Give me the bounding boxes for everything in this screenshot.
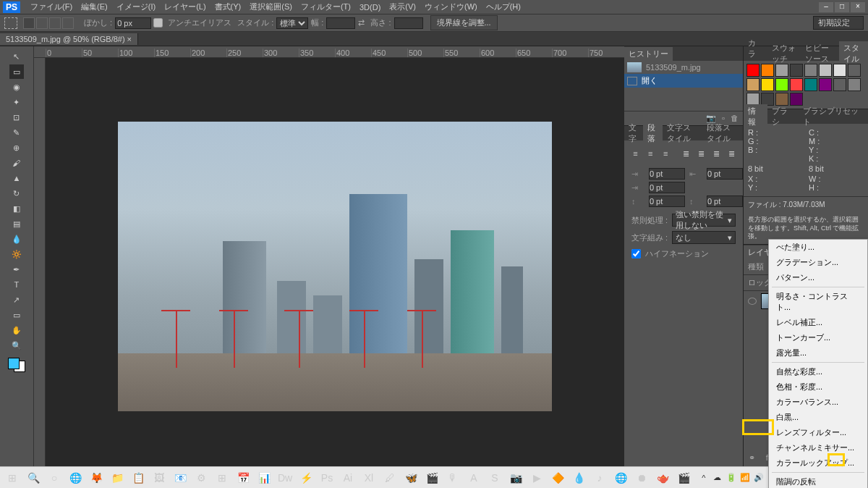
taskbar-app-icon[interactable]: 🫖 xyxy=(653,468,672,487)
taskbar-app-icon[interactable]: 💧 xyxy=(569,468,588,487)
ctx-item[interactable]: グラデーション... xyxy=(769,255,867,270)
tray-icon[interactable]: 📶 xyxy=(739,472,751,484)
brush-tab[interactable]: ブラシ xyxy=(767,104,799,129)
move-tool[interactable]: ↖ xyxy=(9,49,24,64)
selection-mode-icons[interactable] xyxy=(23,17,74,29)
color-swatches[interactable] xyxy=(8,358,25,372)
style-swatch[interactable] xyxy=(790,78,803,91)
menu-view[interactable]: 表示(V) xyxy=(385,0,420,14)
brush-tool[interactable]: 🖌 xyxy=(9,156,24,170)
ctx-item[interactable]: 色相・彩度... xyxy=(769,379,867,395)
history-brush-tool[interactable]: ↻ xyxy=(9,186,24,201)
gradient-tool[interactable]: ▤ xyxy=(9,216,24,231)
tray-icon[interactable]: 🔋 xyxy=(726,472,737,484)
healing-tool[interactable]: ⊕ xyxy=(9,140,24,155)
workspace-selector[interactable]: 初期設定 xyxy=(813,16,864,30)
visibility-icon[interactable] xyxy=(748,298,757,305)
justify-right-icon[interactable]: ≣ xyxy=(710,146,723,161)
taskbar-app-icon[interactable]: Ps xyxy=(318,468,336,487)
taskbar-app-icon[interactable]: 🔍 xyxy=(24,468,43,487)
justify-center-icon[interactable]: ≣ xyxy=(694,146,708,161)
tray-icon[interactable]: ^ xyxy=(698,472,710,484)
style-select[interactable]: 標準 xyxy=(276,17,308,29)
menu-select[interactable]: 選択範囲(S) xyxy=(245,0,297,14)
mojikumi-select[interactable]: なし▾ xyxy=(672,231,736,244)
taskbar-app-icon[interactable]: A xyxy=(464,468,483,487)
menu-filter[interactable]: フィルター(T) xyxy=(297,0,355,14)
ctx-item[interactable]: トーンカーブ... xyxy=(769,330,867,345)
style-swatch[interactable] xyxy=(804,64,817,77)
menu-window[interactable]: ウィンドウ(W) xyxy=(420,0,482,14)
ctx-item[interactable]: カラールックアップ... xyxy=(769,455,867,471)
menu-type[interactable]: 書式(Y) xyxy=(210,0,246,14)
swatch-tab[interactable]: スウォッチ xyxy=(767,41,801,66)
history-step[interactable]: 開く xyxy=(624,74,743,88)
styles-tab[interactable]: スタイル xyxy=(839,41,868,66)
taskbar-app-icon[interactable]: 🎙 xyxy=(443,468,462,487)
maximize-button[interactable]: □ xyxy=(835,2,849,12)
style-swatch[interactable] xyxy=(775,64,788,77)
close-button[interactable]: × xyxy=(851,2,865,12)
taskbar-app-icon[interactable]: ♪ xyxy=(590,468,609,487)
space-before-input[interactable] xyxy=(649,195,685,207)
parastyle-tab[interactable]: 段落スタイル xyxy=(702,121,743,146)
type-tool[interactable]: T xyxy=(9,277,24,292)
taskbar-app-icon[interactable]: 🖼 xyxy=(150,468,169,487)
taskbar-app-icon[interactable]: ⚡ xyxy=(297,468,315,487)
style-swatch[interactable] xyxy=(804,78,817,91)
style-swatch[interactable] xyxy=(819,78,832,91)
ctx-item[interactable]: チャンネルミキサー... xyxy=(769,440,867,455)
style-swatch[interactable] xyxy=(790,64,803,77)
style-swatch[interactable] xyxy=(746,64,760,77)
taskbar-app-icon[interactable]: 📷 xyxy=(506,468,525,487)
style-swatch[interactable] xyxy=(848,64,861,77)
ctx-item[interactable]: レンズフィルター... xyxy=(769,425,867,440)
menu-edit[interactable]: 編集(E) xyxy=(77,0,112,14)
taskbar-app-icon[interactable]: ⊞ xyxy=(3,468,22,487)
history-source[interactable]: 5133509_m.jpg xyxy=(624,61,743,74)
ctx-item[interactable]: レベル補正... xyxy=(769,315,867,330)
taskbar-app-icon[interactable]: 🦋 xyxy=(401,468,420,487)
document-tab[interactable]: 5133509_m.jpg @ 50% (RGB/8#) × xyxy=(0,33,138,45)
taskbar-app-icon[interactable]: 🖊 xyxy=(380,468,399,487)
taskbar-app-icon[interactable]: 🔶 xyxy=(548,468,567,487)
path-tool[interactable]: ↗ xyxy=(9,293,24,307)
blur-tool[interactable]: 💧 xyxy=(9,232,24,246)
char-tab[interactable]: 文字 xyxy=(624,121,644,146)
menu-image[interactable]: イメージ(I) xyxy=(112,0,160,14)
first-line-input[interactable] xyxy=(649,182,685,193)
clone-tab[interactable]: ヒビーソース xyxy=(801,41,839,66)
eyedropper-tool[interactable]: ✎ xyxy=(9,125,24,140)
align-left-icon[interactable]: ≡ xyxy=(629,146,642,161)
taskbar-app-icon[interactable]: ⊞ xyxy=(213,468,231,487)
brush-preset-tab[interactable]: ブラシプリセット xyxy=(799,104,868,129)
eraser-tool[interactable]: ◧ xyxy=(9,201,24,216)
style-swatch[interactable] xyxy=(761,64,774,77)
tray-icon[interactable]: 🔊 xyxy=(753,472,765,484)
taskbar-app-icon[interactable]: Dw xyxy=(276,468,294,487)
taskbar-app-icon[interactable]: 🌐 xyxy=(611,468,630,487)
feather-input[interactable] xyxy=(115,17,151,29)
foreground-color[interactable] xyxy=(8,358,20,369)
menu-layer[interactable]: レイヤー(L) xyxy=(160,0,210,14)
justify-all-icon[interactable]: ≣ xyxy=(725,146,739,161)
style-swatch[interactable] xyxy=(833,78,846,91)
taskbar-app-icon[interactable]: 📋 xyxy=(129,468,148,487)
pen-tool[interactable]: ✒ xyxy=(9,262,24,277)
paragraph-tab[interactable]: 段落 xyxy=(643,121,663,146)
kinsoku-select[interactable]: 強い禁則を使用しない▾ xyxy=(672,214,736,227)
indent-left-input[interactable] xyxy=(649,168,685,180)
lasso-tool[interactable]: ◉ xyxy=(9,80,24,94)
ctx-item[interactable]: 階調の反転 xyxy=(769,474,867,488)
justify-left-icon[interactable]: ≣ xyxy=(679,146,693,161)
ctx-item[interactable]: カラーバランス... xyxy=(769,395,867,410)
menu-file[interactable]: ファイル(F) xyxy=(26,0,77,14)
style-swatch[interactable] xyxy=(848,78,861,91)
taskbar-app-icon[interactable]: 📅 xyxy=(234,468,252,487)
taskbar-app-icon[interactable]: 🌐 xyxy=(66,468,85,487)
zoom-tool[interactable]: 🔍 xyxy=(9,338,24,353)
taskbar-app-icon[interactable]: Ai xyxy=(339,468,357,487)
ctx-item[interactable]: 露光量... xyxy=(769,345,867,361)
taskbar-app-icon[interactable]: ▶ xyxy=(527,468,546,487)
stamp-tool[interactable]: ▲ xyxy=(9,171,24,185)
